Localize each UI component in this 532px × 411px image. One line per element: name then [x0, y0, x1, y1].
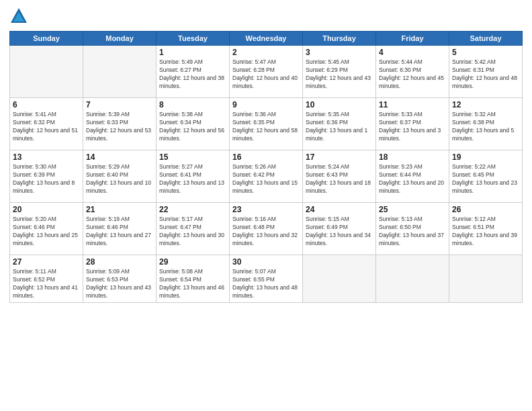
- day-number: 19: [452, 152, 519, 162]
- calendar-cell: 2Sunrise: 5:47 AM Sunset: 6:28 PM Daylig…: [230, 46, 303, 98]
- weekday-header: Wednesday: [230, 32, 303, 46]
- calendar-cell: 28Sunrise: 5:09 AM Sunset: 6:53 PM Dayli…: [83, 255, 157, 303]
- calendar-cell: 16Sunrise: 5:26 AM Sunset: 6:42 PM Dayli…: [230, 150, 303, 203]
- calendar-cell: 10Sunrise: 5:35 AM Sunset: 6:36 PM Dayli…: [303, 98, 376, 150]
- day-number: 4: [379, 48, 446, 57]
- day-number: 23: [232, 205, 300, 214]
- calendar-table: SundayMondayTuesdayWednesdayThursdayFrid…: [9, 31, 523, 303]
- day-number: 16: [232, 152, 300, 162]
- calendar-cell: 18Sunrise: 5:23 AM Sunset: 6:44 PM Dayli…: [376, 150, 449, 203]
- header: [9, 7, 523, 26]
- day-info: Sunrise: 5:22 AM Sunset: 6:45 PM Dayligh…: [452, 163, 519, 195]
- day-number: 9: [232, 100, 300, 109]
- calendar-cell: 26Sunrise: 5:12 AM Sunset: 6:51 PM Dayli…: [449, 203, 523, 255]
- day-info: Sunrise: 5:30 AM Sunset: 6:39 PM Dayligh…: [13, 163, 80, 195]
- calendar-cell: 23Sunrise: 5:16 AM Sunset: 6:48 PM Dayli…: [230, 203, 303, 255]
- day-info: Sunrise: 5:15 AM Sunset: 6:49 PM Dayligh…: [306, 216, 373, 248]
- day-number: 7: [86, 100, 153, 109]
- day-number: 3: [306, 48, 373, 57]
- day-number: 26: [452, 205, 519, 214]
- day-info: Sunrise: 5:20 AM Sunset: 6:46 PM Dayligh…: [13, 216, 80, 248]
- calendar-cell: 9Sunrise: 5:36 AM Sunset: 6:35 PM Daylig…: [230, 98, 303, 150]
- day-info: Sunrise: 5:44 AM Sunset: 6:30 PM Dayligh…: [379, 58, 446, 91]
- calendar-cell: 11Sunrise: 5:33 AM Sunset: 6:37 PM Dayli…: [376, 98, 449, 150]
- day-info: Sunrise: 5:24 AM Sunset: 6:43 PM Dayligh…: [306, 163, 373, 195]
- day-info: Sunrise: 5:38 AM Sunset: 6:34 PM Dayligh…: [159, 111, 226, 143]
- weekday-header: Tuesday: [157, 32, 230, 46]
- day-number: 28: [86, 257, 153, 267]
- day-number: 12: [452, 100, 519, 109]
- day-number: 13: [13, 152, 80, 162]
- calendar-cell: 25Sunrise: 5:13 AM Sunset: 6:50 PM Dayli…: [376, 203, 449, 255]
- calendar-cell: [303, 255, 376, 303]
- day-number: 6: [13, 100, 80, 109]
- day-number: 5: [452, 48, 519, 57]
- day-number: 2: [232, 48, 300, 57]
- day-info: Sunrise: 5:11 AM Sunset: 6:52 PM Dayligh…: [13, 268, 80, 300]
- day-info: Sunrise: 5:13 AM Sunset: 6:50 PM Dayligh…: [379, 216, 446, 248]
- day-info: Sunrise: 5:26 AM Sunset: 6:42 PM Dayligh…: [232, 163, 300, 195]
- day-number: 22: [159, 205, 226, 214]
- calendar-page: SundayMondayTuesdayWednesdayThursdayFrid…: [0, 0, 532, 411]
- logo: [9, 7, 30, 26]
- calendar-cell: 13Sunrise: 5:30 AM Sunset: 6:39 PM Dayli…: [10, 150, 83, 203]
- calendar-cell: [449, 255, 523, 303]
- calendar-cell: 3Sunrise: 5:45 AM Sunset: 6:29 PM Daylig…: [303, 46, 376, 98]
- calendar-cell: 22Sunrise: 5:17 AM Sunset: 6:47 PM Dayli…: [157, 203, 230, 255]
- day-info: Sunrise: 5:16 AM Sunset: 6:48 PM Dayligh…: [232, 216, 300, 248]
- calendar-week-row: 20Sunrise: 5:20 AM Sunset: 6:46 PM Dayli…: [10, 203, 523, 255]
- calendar-cell: 29Sunrise: 5:08 AM Sunset: 6:54 PM Dayli…: [157, 255, 230, 303]
- calendar-cell: 15Sunrise: 5:27 AM Sunset: 6:41 PM Dayli…: [157, 150, 230, 203]
- day-info: Sunrise: 5:36 AM Sunset: 6:35 PM Dayligh…: [232, 111, 300, 143]
- day-number: 20: [13, 205, 80, 214]
- day-info: Sunrise: 5:49 AM Sunset: 6:27 PM Dayligh…: [159, 58, 226, 91]
- day-number: 18: [379, 152, 446, 162]
- calendar-cell: 24Sunrise: 5:15 AM Sunset: 6:49 PM Dayli…: [303, 203, 376, 255]
- day-info: Sunrise: 5:35 AM Sunset: 6:36 PM Dayligh…: [306, 111, 373, 143]
- calendar-cell: 19Sunrise: 5:22 AM Sunset: 6:45 PM Dayli…: [449, 150, 523, 203]
- day-number: 21: [86, 205, 153, 214]
- calendar-cell: 17Sunrise: 5:24 AM Sunset: 6:43 PM Dayli…: [303, 150, 376, 203]
- weekday-header: Sunday: [10, 32, 83, 46]
- calendar-cell: 5Sunrise: 5:42 AM Sunset: 6:31 PM Daylig…: [449, 46, 523, 98]
- weekday-header: Monday: [83, 32, 157, 46]
- day-info: Sunrise: 5:19 AM Sunset: 6:46 PM Dayligh…: [86, 216, 153, 248]
- calendar-cell: [10, 46, 83, 98]
- calendar-cell: 20Sunrise: 5:20 AM Sunset: 6:46 PM Dayli…: [10, 203, 83, 255]
- calendar-cell: 14Sunrise: 5:29 AM Sunset: 6:40 PM Dayli…: [83, 150, 157, 203]
- calendar-week-row: 13Sunrise: 5:30 AM Sunset: 6:39 PM Dayli…: [10, 150, 523, 203]
- day-info: Sunrise: 5:32 AM Sunset: 6:38 PM Dayligh…: [452, 111, 519, 143]
- day-number: 29: [159, 257, 226, 267]
- day-number: 8: [159, 100, 226, 109]
- day-info: Sunrise: 5:29 AM Sunset: 6:40 PM Dayligh…: [86, 163, 153, 195]
- calendar-week-row: 27Sunrise: 5:11 AM Sunset: 6:52 PM Dayli…: [10, 255, 523, 303]
- weekday-header: Saturday: [449, 32, 523, 46]
- day-info: Sunrise: 5:17 AM Sunset: 6:47 PM Dayligh…: [159, 216, 226, 248]
- day-number: 10: [306, 100, 373, 109]
- calendar-cell: 4Sunrise: 5:44 AM Sunset: 6:30 PM Daylig…: [376, 46, 449, 98]
- day-number: 15: [159, 152, 226, 162]
- calendar-cell: 7Sunrise: 5:39 AM Sunset: 6:33 PM Daylig…: [83, 98, 157, 150]
- day-number: 30: [232, 257, 300, 267]
- weekday-header: Friday: [376, 32, 449, 46]
- day-info: Sunrise: 5:08 AM Sunset: 6:54 PM Dayligh…: [159, 268, 226, 300]
- day-info: Sunrise: 5:39 AM Sunset: 6:33 PM Dayligh…: [86, 111, 153, 143]
- day-info: Sunrise: 5:45 AM Sunset: 6:29 PM Dayligh…: [306, 58, 373, 91]
- day-info: Sunrise: 5:47 AM Sunset: 6:28 PM Dayligh…: [232, 58, 300, 91]
- calendar-week-row: 6Sunrise: 5:41 AM Sunset: 6:32 PM Daylig…: [10, 98, 523, 150]
- calendar-cell: [376, 255, 449, 303]
- calendar-cell: 6Sunrise: 5:41 AM Sunset: 6:32 PM Daylig…: [10, 98, 83, 150]
- logo-icon: [9, 7, 28, 26]
- calendar-cell: 12Sunrise: 5:32 AM Sunset: 6:38 PM Dayli…: [449, 98, 523, 150]
- day-number: 24: [306, 205, 373, 214]
- weekday-header-row: SundayMondayTuesdayWednesdayThursdayFrid…: [10, 32, 523, 46]
- day-number: 14: [86, 152, 153, 162]
- day-info: Sunrise: 5:27 AM Sunset: 6:41 PM Dayligh…: [159, 163, 226, 195]
- day-number: 25: [379, 205, 446, 214]
- day-number: 11: [379, 100, 446, 109]
- day-info: Sunrise: 5:33 AM Sunset: 6:37 PM Dayligh…: [379, 111, 446, 143]
- day-number: 17: [306, 152, 373, 162]
- day-number: 1: [159, 48, 226, 57]
- day-info: Sunrise: 5:09 AM Sunset: 6:53 PM Dayligh…: [86, 268, 153, 300]
- day-info: Sunrise: 5:23 AM Sunset: 6:44 PM Dayligh…: [379, 163, 446, 195]
